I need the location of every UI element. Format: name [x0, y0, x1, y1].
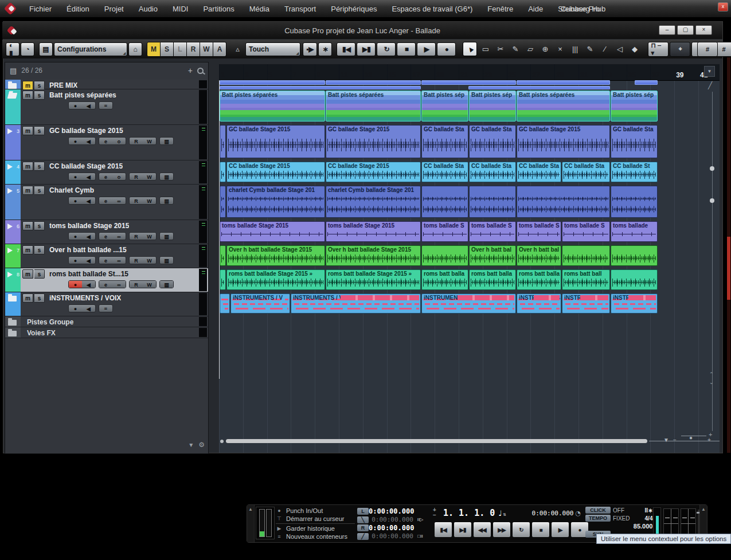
automation-mode-dropdown[interactable]: Touch — [245, 42, 300, 56]
grid-overlay-button[interactable]: # — [697, 42, 718, 57]
time-signature[interactable]: 4/4 — [630, 515, 652, 522]
monitor-button[interactable]: ◀ — [82, 233, 95, 240]
write-automation-button[interactable]: W — [143, 197, 156, 205]
track-pre-mix[interactable]: msPRE MIX — [5, 80, 208, 89]
track-visibility-icon[interactable]: ▤ — [39, 42, 53, 56]
event-instruments-voix[interactable] — [220, 293, 230, 314]
click-button[interactable]: CLICK — [585, 507, 611, 514]
range-selection-tool[interactable]: ▭ — [479, 42, 492, 56]
event-gc-ballade[interactable]: GC ballade Stage 2015 — [517, 125, 610, 158]
app-close-icon[interactable]: x — [718, 2, 728, 11]
event-toms-ballade[interactable]: toms ballade S — [562, 221, 610, 242]
tempo-button[interactable]: TEMPO — [585, 515, 611, 522]
read-automation-button[interactable]: R — [130, 138, 143, 145]
event-charlet-cymb[interactable]: charlet Cymb ballade Stage 201 — [326, 186, 421, 218]
mute-button[interactable]: m — [22, 126, 33, 135]
group-editing-button[interactable]: = — [99, 102, 112, 109]
event-over-h-batt[interactable] — [220, 245, 226, 266]
event-instruments-voix[interactable]: iNSTRUMENTS — [562, 293, 610, 314]
event-roms-batt[interactable]: roms batt ballade Stage 2015 » — [326, 269, 421, 290]
monitor-button[interactable]: ◀ — [82, 102, 95, 109]
rewind-button[interactable]: ◀◀ — [473, 522, 491, 538]
menu-projet[interactable]: Projet — [97, 5, 131, 13]
menu-aide[interactable]: Aide — [521, 5, 550, 13]
record-enable-button[interactable]: ● — [69, 102, 82, 109]
metronome-icon[interactable]: II∗ — [630, 507, 652, 514]
event-toms-ballade[interactable]: toms ballade — [611, 221, 658, 242]
waveform-zoom-icon[interactable]: ╱ — [708, 81, 712, 89]
window-titlebar[interactable]: Cubase Pro projet de Jean Luc Anger - Ba… — [2, 22, 722, 39]
event-gc-ballade[interactable]: GC ballade Sta — [469, 125, 516, 158]
event-over-h-batt[interactable]: Over h batt bal — [469, 245, 516, 266]
event-toms-ballade[interactable]: toms ballade S — [421, 221, 468, 242]
mute-button[interactable]: m — [22, 186, 33, 195]
mute-tool[interactable]: × — [553, 42, 566, 56]
goto-next-marker-button[interactable]: ▶▮ — [357, 42, 376, 56]
glue-tool[interactable]: ✎ — [509, 42, 522, 56]
vzoom-in-icon[interactable]: + — [709, 431, 712, 438]
event-charlet-cymb[interactable] — [220, 186, 226, 218]
track-filter-icon[interactable]: ▤ — [10, 66, 17, 75]
show-lanes-button[interactable]: ▥ — [160, 173, 173, 181]
autoscroll-button[interactable]: ⌖ — [670, 42, 690, 57]
mute-button[interactable]: m — [22, 91, 33, 100]
edit-channel-button[interactable]: e — [99, 257, 112, 264]
zoom-preset-icon[interactable]: ▼ — [663, 437, 669, 443]
monitor-button[interactable]: ◀ — [82, 173, 95, 181]
insert-bypass-button[interactable]: o — [112, 138, 126, 145]
tempo-bpm[interactable]: 85.000 — [630, 523, 652, 530]
track-charlet-cymb[interactable]: 5msCharlet Cymb●◀e∞RW▥ — [5, 185, 208, 220]
event-roms-batt[interactable]: roms batt balla — [517, 269, 561, 290]
insert-bypass-button[interactable]: ∞ — [112, 233, 126, 240]
event-premix-bar-bottom[interactable] — [468, 86, 610, 89]
menu-fichier[interactable]: Fichier — [22, 5, 59, 13]
track-over-h-batt-ballade-15[interactable]: 7msOver h batt ballade ...15●◀e∞RW▥ — [5, 244, 208, 268]
group-editing-button[interactable]: = — [99, 305, 112, 312]
event-gc-ballade[interactable]: GC ballade Sta — [611, 125, 658, 158]
event-cc-ballade[interactable]: CC ballade Sta — [517, 162, 561, 182]
solo-button[interactable]: s — [34, 245, 45, 254]
mute-button[interactable]: m — [22, 293, 33, 303]
punch-out-icon[interactable]: □II — [413, 534, 427, 539]
monitor-button[interactable]: ◀ — [82, 257, 95, 264]
event-premix-bar-top[interactable] — [220, 80, 325, 85]
event-charlet-cymb[interactable] — [421, 186, 468, 218]
mute-button[interactable]: m — [22, 269, 33, 279]
insert-bypass-button[interactable]: ∞ — [112, 197, 126, 205]
goto-next-marker-button[interactable]: ▶▮ — [454, 522, 472, 538]
event-batt-pistes-separees[interactable]: Batt pistes sép — [421, 91, 468, 122]
event-cc-ballade[interactable]: CC ballade Sta — [469, 162, 516, 182]
track-voies-fx[interactable]: Voies FX — [5, 327, 208, 338]
grid-type-button[interactable]: ⊓ ‒ ▾ — [648, 42, 669, 57]
menu-dition[interactable]: Édition — [59, 5, 97, 13]
vzoom-thumb-2[interactable] — [710, 198, 714, 203]
edit-channel-button[interactable]: e — [99, 138, 112, 145]
menu-espaces-de-travail-g6[interactable]: Espaces de travail (G6*) — [384, 5, 480, 13]
event-premix-bar-top[interactable] — [517, 80, 610, 85]
history-button[interactable]: ◔ — [21, 42, 34, 56]
post-roll-icon[interactable]: ╱ — [357, 533, 369, 540]
time-warp-tool[interactable]: ||| — [568, 42, 581, 56]
event-instruments-voix[interactable]: iNSTRUMENTS — [611, 293, 658, 314]
track-cc-ballade-stage-2015[interactable]: 4msCC ballade Stage 2015●◀eoRW▥ — [5, 160, 208, 185]
event-instruments-voix[interactable]: iNSTRUMENTS / VOIX — [421, 293, 516, 314]
hzoom-slider[interactable]: ● — [689, 434, 693, 441]
play-tool[interactable]: ◁ — [613, 42, 626, 56]
event-roms-batt[interactable]: roms batt ball — [562, 269, 610, 290]
erase-tool[interactable]: ▱ — [523, 42, 537, 56]
event-premix-bar-top[interactable] — [635, 80, 658, 85]
track-roms-batt-ballade-st-15[interactable]: 8msroms batt ballade St...15●◀e∞RW▥ — [5, 268, 208, 292]
channel-w-button[interactable]: W — [200, 42, 213, 57]
zoom-out-icon[interactable]: − — [673, 437, 677, 443]
event-cc-ballade[interactable] — [220, 162, 226, 182]
event-instruments-voix[interactable]: iNSTRUMENTS — [517, 293, 561, 314]
event-toms-ballade[interactable]: toms ballade Stage 2015 — [326, 221, 421, 242]
object-selection-tool[interactable]: ▲ — [463, 42, 477, 56]
event-charlet-cymb[interactable]: charlet Cymb ballade Stage 201 — [226, 186, 325, 218]
solo-button[interactable]: s — [34, 162, 45, 171]
edit-channel-button[interactable]: e — [99, 197, 112, 205]
write-automation-button[interactable]: W — [143, 281, 156, 288]
event-gc-ballade[interactable] — [220, 125, 226, 158]
record-button[interactable]: ● — [437, 42, 456, 56]
home-icon[interactable]: ⌂ — [128, 42, 142, 56]
